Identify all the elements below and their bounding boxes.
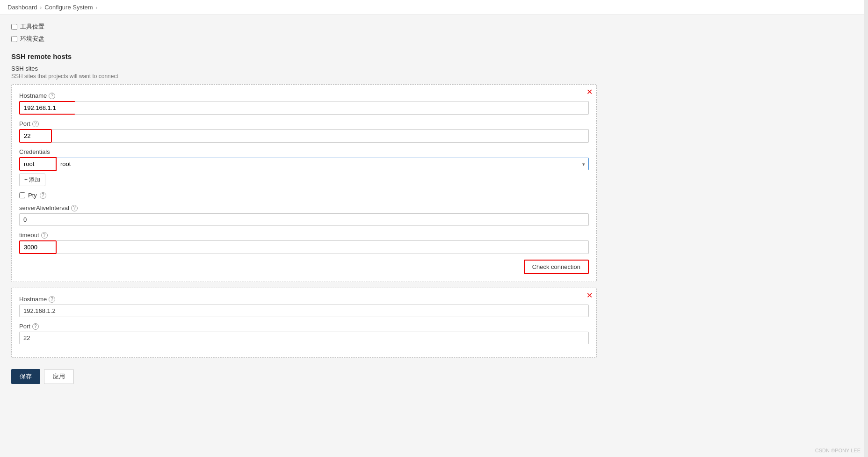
timeout-input-1-ext[interactable] xyxy=(57,240,589,254)
hostname-help-icon-1[interactable]: ? xyxy=(49,93,55,99)
add-credentials-button-1[interactable]: + 添加 xyxy=(19,174,45,186)
ssh-sites-desc: SSH sites that projects will want to con… xyxy=(11,73,597,80)
breadcrumb-configure-system[interactable]: Configure System xyxy=(44,4,93,11)
port-field-2: Port ? xyxy=(19,323,589,344)
hostname-label-1: Hostname ? xyxy=(19,92,589,99)
ssh-sites-label: SSH sites xyxy=(11,65,597,72)
server-alive-field-1: serverAliveInterval ? xyxy=(19,204,589,226)
server-alive-label-1: serverAliveInterval ? xyxy=(19,204,589,211)
pty-label-1: Pty xyxy=(28,192,37,199)
ssh-card-1: ✕ Hostname ? Port ? xyxy=(11,84,597,282)
timeout-input-1[interactable] xyxy=(20,241,56,253)
save-button[interactable]: 保存 xyxy=(11,369,40,384)
hostname-input-1-ext[interactable] xyxy=(75,101,589,115)
hostname-field-1: Hostname ? xyxy=(19,92,589,115)
breadcrumb-dashboard[interactable]: Dashboard xyxy=(7,4,37,11)
port-input-1[interactable] xyxy=(20,130,51,142)
tool-location-label: 工具位置 xyxy=(20,22,44,31)
timeout-help-icon-1[interactable]: ? xyxy=(41,232,48,239)
hostname-input-2[interactable] xyxy=(19,305,589,317)
credentials-field-1: Credentials root ▾ + 添加 xyxy=(19,148,589,186)
hostname-help-icon-2[interactable]: ? xyxy=(49,296,55,303)
credentials-input-1[interactable] xyxy=(19,157,57,171)
pty-help-icon-1[interactable]: ? xyxy=(40,192,46,199)
tool-location-checkbox[interactable] xyxy=(11,24,17,30)
port-input-1-ext[interactable] xyxy=(52,129,589,143)
env-disk-checkbox[interactable] xyxy=(11,36,17,42)
port-help-icon-1[interactable]: ? xyxy=(32,121,39,127)
checkbox-row-env: 环境安盘 xyxy=(11,35,597,43)
apply-button[interactable]: 应用 xyxy=(44,369,74,384)
chevron-icon-2: › xyxy=(96,5,98,10)
check-connection-row-1: Check connection xyxy=(19,260,589,274)
server-alive-help-icon-1[interactable]: ? xyxy=(71,205,78,211)
bottom-bar: 保存 应用 xyxy=(11,363,597,390)
credentials-label-1: Credentials xyxy=(19,148,589,155)
chevron-icon: › xyxy=(40,5,42,10)
pty-checkbox-1[interactable] xyxy=(19,192,25,198)
scrollbar[interactable] xyxy=(864,0,868,418)
port-input-wrapper-1 xyxy=(19,129,52,143)
card-2-close-button[interactable]: ✕ xyxy=(586,292,593,299)
credentials-select-1[interactable]: root xyxy=(57,158,589,170)
timeout-label-1: timeout ? xyxy=(19,232,589,239)
timeout-input-wrapper-1 xyxy=(19,240,57,254)
checkbox-row-tool: 工具位置 xyxy=(11,22,597,31)
port-field-1: Port ? xyxy=(19,120,589,143)
check-connection-button-1[interactable]: Check connection xyxy=(524,260,589,274)
main-content: 工具位置 环境安盘 SSH remote hosts SSH sites SSH… xyxy=(0,15,608,418)
env-disk-label: 环境安盘 xyxy=(20,35,44,43)
port-input-2[interactable] xyxy=(19,332,589,344)
server-alive-input-1[interactable] xyxy=(19,213,589,226)
ssh-card-2: ✕ Hostname ? Port ? xyxy=(11,288,597,358)
hostname-field-2: Hostname ? xyxy=(19,296,589,317)
pty-row-1: Pty ? xyxy=(19,192,589,199)
hostname-input-wrapper-1 xyxy=(19,101,75,115)
port-label-1: Port ? xyxy=(19,120,589,127)
port-label-2: Port ? xyxy=(19,323,589,330)
credentials-select-wrapper-1: root ▾ xyxy=(57,158,589,170)
port-help-icon-2[interactable]: ? xyxy=(32,323,39,330)
breadcrumb: Dashboard › Configure System › xyxy=(0,0,868,15)
credentials-row-1: root ▾ xyxy=(19,157,589,171)
timeout-field-1: timeout ? xyxy=(19,232,589,254)
card-1-close-button[interactable]: ✕ xyxy=(586,88,593,96)
hostname-label-2: Hostname ? xyxy=(19,296,589,303)
ssh-section-title: SSH remote hosts xyxy=(11,52,597,60)
